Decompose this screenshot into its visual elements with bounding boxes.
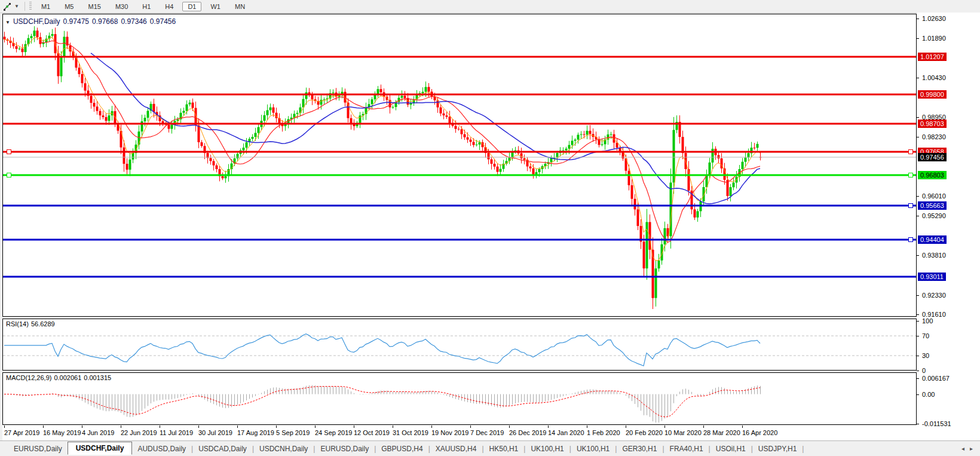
title-marker-icon[interactable]: ▼ [5,20,10,25]
toolbar-separator [24,2,25,11]
timeframe-button-m1[interactable]: M1 [36,2,56,11]
rsi-axis-tick [917,321,919,322]
timeframe-button-m5[interactable]: M5 [59,2,79,11]
date-label: 10 Mar 2020 [664,429,702,436]
chart-tab-uk100-h1[interactable]: UK100,H1 [525,443,569,455]
date-label: 12 Oct 2019 [354,429,390,436]
date-label: 31 Oct 2019 [393,429,428,436]
price-level-line[interactable] [3,204,916,206]
macd-axis-label: -0.011531 [922,420,951,427]
chart-tool-icon[interactable] [3,2,13,11]
macd-axis-tick [917,394,919,395]
rsi-label: RSI(14)56.6289 [6,320,57,328]
date-label: 28 Mar 2020 [703,429,740,436]
chart-tab-fra40-h1[interactable]: FRA40,H1 [664,443,709,455]
chart-tab-usdcad-daily[interactable]: USDCAD,Daily [193,443,252,455]
ohlc-high: 0.97668 [92,17,118,26]
ohlc-open: 0.97475 [63,17,89,26]
date-tick [703,426,704,428]
price-level-line[interactable] [3,151,916,153]
timeframe-button-w1[interactable]: W1 [205,2,226,11]
line-handle[interactable] [908,237,913,242]
chart-tab-gbpusd-h4[interactable]: GBPUSD,H4 [376,443,428,455]
macd-signal-value: 0.001315 [84,374,111,381]
chart-tab-bar: EURUSD,DailyUSDCHF,DailyAUDUSD,Daily|USD… [0,440,980,456]
date-tick [626,426,626,428]
main-chart-svg[interactable] [3,14,916,316]
chart-tab-usdcnh-daily[interactable]: USDCNH,Daily [254,443,313,455]
date-tick [315,426,316,428]
chart-tab-ger30-h1[interactable]: GER30,H1 [617,443,662,455]
price-level-line[interactable] [3,123,916,125]
date-axis[interactable]: 27 Apr 201916 May 20194 Jun 201922 Jun 2… [2,426,917,440]
date-tick [393,426,393,428]
rsi-axis-label: 70 [922,332,929,339]
timeframe-button-h1[interactable]: H1 [137,2,156,11]
axis-tick [917,295,919,296]
terminal-window: ▼ M1M5M15M30H1H4D1W1MN ▼USDCHF,Daily0.97… [0,0,980,456]
price-level-line[interactable] [3,276,916,278]
chart-tab-audusd-daily[interactable]: AUDUSD,Daily [132,443,191,455]
timeframe-button-d1[interactable]: D1 [182,2,201,11]
macd-axis-label: 0.006167 [922,375,950,382]
timeframe-button-h4[interactable]: H4 [160,2,179,11]
macd-name: MACD(12,26,9) [6,374,51,381]
timeframe-button-m15[interactable]: M15 [82,2,106,11]
date-tick [160,426,160,428]
chart-tab-hk50-h1[interactable]: HK50,H1 [484,443,524,455]
line-handle[interactable] [908,173,913,177]
price-level-line[interactable] [3,174,916,176]
price-axis[interactable]: 1.026301.018901.004300.989500.982300.960… [917,13,980,440]
price-level-line[interactable] [3,94,916,96]
tab-separator: | [802,445,804,453]
line-handle[interactable] [7,173,11,177]
chart-tab-usdchf-daily[interactable]: USDCHF,Daily [68,442,133,455]
chart-tab-usoil-h1[interactable]: USOil,H1 [710,443,751,455]
chart-tab-uk100-h1[interactable]: UK100,H1 [571,443,615,455]
axis-tick-label: 0.95290 [922,212,946,219]
main-chart-panel [2,14,917,317]
current-price-line [3,157,916,158]
chevron-down-icon[interactable]: ▼ [14,4,19,9]
line-handle[interactable] [908,149,913,154]
line-handle[interactable] [7,149,11,154]
tab-scroll-left-icon[interactable]: ◂ [961,445,964,452]
rsi-chart-svg[interactable] [3,319,916,370]
date-label: 16 Apr 2020 [742,429,777,436]
chart-tab-usdjpy-h1[interactable]: USDJPY,H1 [753,443,802,455]
rsi-axis-label: 100 [922,317,933,325]
price-level-line[interactable] [3,56,916,57]
axis-tick-label: 0.91610 [922,311,946,318]
date-tick [43,426,44,428]
line-handle[interactable] [908,203,913,208]
axis-tick-label: 1.00430 [922,74,946,81]
date-label: 16 May 2019 [43,429,81,436]
price-level-line[interactable] [3,238,916,240]
chart-tab-eurusd-daily[interactable]: EURUSD,Daily [8,443,68,455]
axis-tick [917,314,919,315]
timeframe-button-m30[interactable]: M30 [110,2,133,11]
axis-tick-label: 1.01890 [922,35,946,42]
date-label: 1 Feb 2020 [587,429,620,436]
price-level-badge: 0.93011 [918,273,946,281]
macd-chart-svg[interactable] [3,373,916,424]
axis-tick [917,255,919,256]
macd-label: MACD(12,26,9)0.0020610.001315 [6,374,114,381]
chart-tab-xauusd-h4[interactable]: XAUUSD,H4 [430,443,482,455]
timeframe-buttons: M1M5M15M30H1H4D1W1MN [34,2,252,11]
date-tick [742,426,743,428]
date-label: 7 Dec 2019 [470,429,504,436]
date-tick [431,426,432,428]
date-label: 27 Apr 2019 [4,429,39,436]
chart-tab-eurusd-daily[interactable]: EURUSD,Daily [315,443,374,455]
date-tick [509,426,510,428]
rsi-axis-label: 30 [922,352,929,359]
price-level-badge: 1.01207 [918,53,947,61]
ohlc-close: 0.97456 [150,17,176,26]
tab-scroll-right-icon[interactable]: ▸ [970,445,973,452]
date-label: 11 Jul 2019 [160,429,193,436]
timeframe-button-mn[interactable]: MN [229,2,250,11]
toolbar-grip[interactable] [29,2,32,11]
tab-scroll-arrows: ◂▸ [956,445,973,452]
macd-axis-tick [917,424,919,424]
